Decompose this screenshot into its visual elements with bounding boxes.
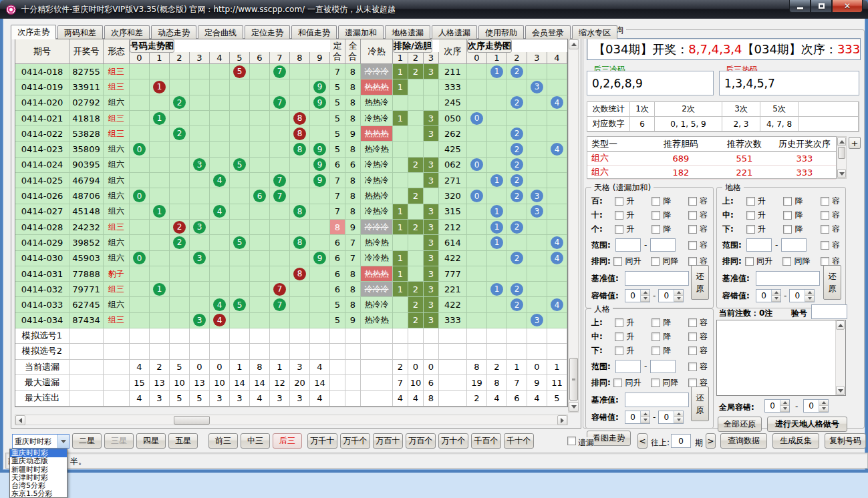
nav-periods-input[interactable]: 0 <box>671 434 691 448</box>
recommend-row[interactable]: 组六689551333 <box>587 152 836 166</box>
base-input[interactable] <box>625 393 689 407</box>
tab-遗漏加和[interactable]: 遗漏加和 <box>338 25 384 39</box>
checkbox-容[interactable]: 容 <box>821 224 840 235</box>
tab-两码和差[interactable]: 两码和差 <box>57 25 103 39</box>
checkbox[interactable] <box>688 346 697 355</box>
checkbox[interactable] <box>652 211 660 220</box>
spinner-buttons[interactable] <box>771 290 780 302</box>
checkbox-降[interactable]: 降 <box>783 196 821 207</box>
checkbox[interactable] <box>688 257 697 266</box>
global-tolerance-max[interactable]: 0 <box>803 399 829 413</box>
checkbox[interactable] <box>688 197 697 206</box>
tab-定位走势[interactable]: 定位走势 <box>245 25 290 39</box>
scroll-down-button[interactable] <box>836 386 845 395</box>
checkbox-同降[interactable]: 同降 <box>782 256 821 267</box>
checkbox[interactable] <box>783 197 792 206</box>
checkbox[interactable] <box>688 318 697 327</box>
spinner-buttons[interactable] <box>674 411 683 423</box>
checkbox-同降[interactable]: 同降 <box>651 256 688 267</box>
checkbox-降[interactable]: 降 <box>783 210 821 221</box>
checkbox[interactable] <box>821 197 829 206</box>
spin-up-icon[interactable] <box>641 290 649 296</box>
position-button[interactable]: 后三 <box>273 433 302 449</box>
checkbox[interactable] <box>821 241 829 250</box>
spin-down-icon[interactable] <box>674 296 683 302</box>
checkbox-升[interactable]: 升 <box>615 345 652 356</box>
checkbox-容[interactable]: 容 <box>688 345 708 356</box>
digit-combo-button[interactable]: 万百十 <box>373 433 403 449</box>
checkbox[interactable] <box>746 225 755 234</box>
checkbox[interactable] <box>613 257 622 266</box>
global-tolerance-min[interactable]: 0 <box>764 399 790 413</box>
spinner-buttons[interactable] <box>780 400 789 412</box>
checkbox[interactable] <box>821 225 829 234</box>
hot-code-input[interactable]: 1,3,4,5,7 <box>719 71 859 95</box>
scroll-down-button[interactable] <box>569 402 579 412</box>
star-button-5[interactable]: 五星 <box>168 433 198 449</box>
digit-combo-button[interactable]: 万百个 <box>406 433 436 449</box>
checkbox[interactable] <box>783 225 792 234</box>
global-tol-spinner[interactable]: 0 <box>803 399 829 413</box>
checkbox[interactable] <box>615 318 623 327</box>
checkbox-同升[interactable]: 同升 <box>613 377 651 389</box>
checkbox-容[interactable]: 容 <box>688 331 708 342</box>
lottery-select[interactable]: 重庆时时彩 <box>12 434 69 449</box>
checkbox-升[interactable]: 升 <box>615 210 652 221</box>
spinner-buttons[interactable] <box>805 290 814 302</box>
checkbox-容[interactable]: 容 <box>821 240 840 251</box>
position-button[interactable]: 中三 <box>241 433 270 449</box>
tab-地格遗漏[interactable]: 地格遗漏 <box>385 25 430 39</box>
maximize-button[interactable] <box>811 0 832 13</box>
spinner-buttons[interactable] <box>640 411 649 423</box>
scroll-up-button[interactable] <box>836 320 845 330</box>
checkbox-升[interactable]: 升 <box>746 196 784 207</box>
tab-动态走势[interactable]: 动态走势 <box>151 25 196 39</box>
tolerance-max-spinner[interactable]: 0 <box>658 411 684 424</box>
checkbox-容[interactable]: 容 <box>688 317 708 328</box>
scroll-up-button[interactable] <box>569 39 579 49</box>
add-type-button[interactable]: + <box>849 137 861 149</box>
spin-up-icon[interactable] <box>674 290 683 296</box>
checkbox[interactable] <box>615 332 623 341</box>
checkbox-容[interactable]: 容 <box>821 196 840 207</box>
recommend-row[interactable]: 组六182221333 <box>587 166 836 180</box>
global-tol-spinner[interactable]: 0 <box>764 399 790 413</box>
checkbox[interactable] <box>652 346 660 355</box>
close-button[interactable]: ✕ <box>832 0 863 13</box>
checkbox-容[interactable]: 容 <box>688 196 708 207</box>
spin-down-icon[interactable] <box>674 417 683 423</box>
checkbox-容[interactable]: 容 <box>688 210 708 221</box>
checkbox[interactable] <box>688 332 697 341</box>
checkbox-容[interactable]: 容 <box>688 224 708 235</box>
checkbox[interactable] <box>615 225 623 234</box>
table-vertical-scrollbar[interactable] <box>568 39 579 413</box>
checkbox[interactable] <box>615 346 623 355</box>
combo-arrow-button[interactable] <box>57 435 69 448</box>
listbox-scrollbar[interactable] <box>835 320 845 395</box>
checkbox[interactable] <box>745 257 754 266</box>
checkbox[interactable] <box>746 211 755 220</box>
checkbox[interactable] <box>782 257 791 266</box>
checkbox-降[interactable]: 降 <box>652 331 688 342</box>
tab-人格遗漏[interactable]: 人格遗漏 <box>432 25 477 39</box>
tab-会员登录[interactable]: 会员登录 <box>525 25 571 39</box>
scroll-down-button[interactable] <box>837 169 846 178</box>
checkbox[interactable] <box>783 211 792 220</box>
checkbox[interactable] <box>652 332 660 341</box>
checkbox-升[interactable]: 升 <box>746 210 784 221</box>
spin-up-icon[interactable] <box>805 290 814 296</box>
checkbox-降[interactable]: 降 <box>652 317 688 328</box>
checkbox[interactable] <box>652 225 660 234</box>
range-max-input[interactable] <box>650 360 676 373</box>
checkbox-同升[interactable]: 同升 <box>745 256 783 267</box>
checkbox-同升[interactable]: 同升 <box>613 256 651 267</box>
checkbox-升[interactable]: 升 <box>615 331 652 342</box>
checkbox[interactable] <box>688 362 697 371</box>
spin-down-icon[interactable] <box>641 296 649 302</box>
tab-次序走势[interactable]: 次序走势 <box>11 25 56 39</box>
checkbox[interactable] <box>746 197 755 206</box>
checkbox-升[interactable]: 升 <box>615 317 652 328</box>
checkbox-降[interactable]: 降 <box>652 210 688 221</box>
spin-up-icon[interactable] <box>674 411 683 417</box>
spin-up-icon[interactable] <box>772 290 780 296</box>
